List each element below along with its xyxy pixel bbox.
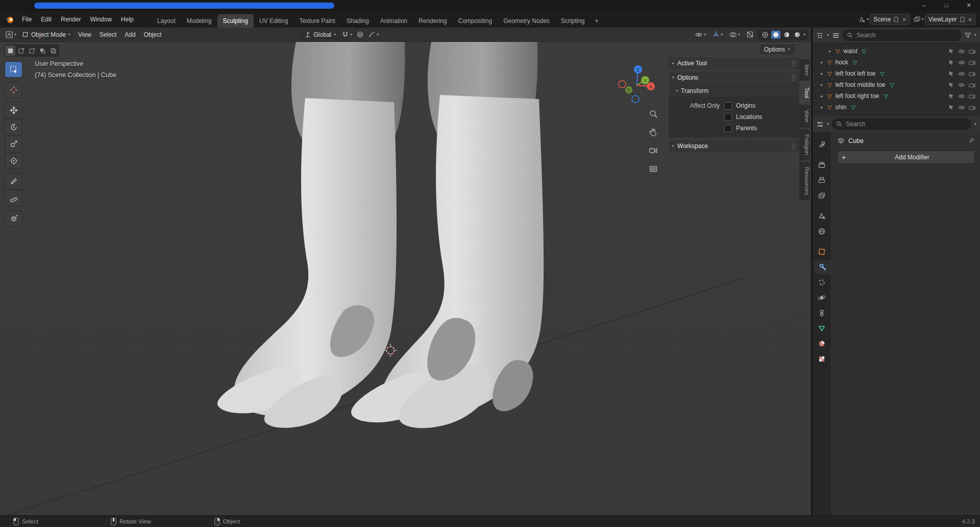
menu-edit[interactable]: Edit: [36, 14, 56, 25]
menu-add[interactable]: Add: [120, 31, 139, 38]
expand-chevron-icon[interactable]: ▸: [829, 49, 836, 54]
chevron-down-icon[interactable]: ▾: [377, 33, 379, 37]
snap-toggle[interactable]: ▾: [339, 31, 354, 38]
tab-particle-properties[interactable]: [813, 275, 831, 290]
panel-active-tool[interactable]: ▸ Active Tool: [669, 57, 799, 69]
new-scene-icon[interactable]: [893, 16, 899, 22]
overlays-dropdown[interactable]: ▾: [727, 31, 742, 38]
tab-object-data-properties[interactable]: [813, 321, 831, 336]
menu-select[interactable]: Select: [95, 31, 120, 38]
scene-icon[interactable]: [858, 16, 866, 23]
select-invert-button[interactable]: [37, 45, 47, 56]
tab-viewlayer-properties[interactable]: [813, 188, 831, 203]
workspace-tab-modeling[interactable]: Modeling: [181, 14, 217, 28]
tab-output-properties[interactable]: [813, 173, 831, 187]
menu-file[interactable]: File: [17, 14, 36, 25]
remove-viewlayer-icon[interactable]: ✕: [968, 17, 972, 22]
xray-toggle[interactable]: [744, 31, 756, 38]
drag-grip-icon[interactable]: [791, 75, 796, 81]
menu-object[interactable]: Object: [140, 31, 166, 38]
material-preview-shading-button[interactable]: [782, 31, 791, 39]
measure-tool[interactable]: [5, 190, 22, 206]
proportional-falloff-dropdown[interactable]: ▾: [366, 31, 381, 38]
drag-grip-icon[interactable]: [791, 60, 796, 66]
render-camera-icon[interactable]: [969, 60, 975, 65]
tab-physics-properties[interactable]: [813, 291, 831, 305]
workspace-tab-uv-editing[interactable]: UV Editing: [254, 14, 294, 28]
outliner-item-label[interactable]: left foot right toe: [835, 92, 879, 100]
gizmos-dropdown[interactable]: ▾: [710, 31, 725, 38]
menu-render[interactable]: Render: [56, 14, 85, 25]
select-set-button[interactable]: [5, 45, 15, 56]
properties-editor-icon[interactable]: [816, 121, 824, 128]
outliner-row[interactable]: ▸ ▽ waist ▽: [813, 45, 980, 57]
render-camera-icon[interactable]: [969, 82, 975, 88]
scene-name-field[interactable]: Scene: [873, 16, 891, 23]
workspace-tab-sculpting[interactable]: Sculpting: [217, 14, 254, 28]
tab-modifier-properties[interactable]: [814, 260, 831, 274]
hide-eye-icon[interactable]: [958, 71, 965, 77]
rendered-shading-button[interactable]: [793, 31, 802, 39]
selectable-icon[interactable]: [948, 104, 954, 110]
expand-chevron-icon[interactable]: ▸: [821, 71, 827, 76]
workspace-tab-animation[interactable]: Animation: [375, 14, 413, 28]
breadcrumb-object-name[interactable]: Cube: [848, 137, 864, 145]
chevron-down-icon[interactable]: ▾: [738, 33, 740, 37]
chevron-down-icon[interactable]: ▾: [721, 33, 723, 37]
tab-world-properties[interactable]: [813, 224, 831, 238]
chevron-down-icon[interactable]: ▾: [704, 33, 706, 37]
locations-checkbox[interactable]: [724, 113, 732, 121]
outliner-row[interactable]: ▸ ▽ left foot right toe ▽: [813, 90, 980, 102]
viewport-3d[interactable]: ▾ Object Mode ▾ View Select Add Object G…: [0, 28, 811, 516]
chevron-down-icon[interactable]: ▾: [974, 122, 976, 126]
workspace-tab-texture-paint[interactable]: Texture Paint: [294, 14, 341, 28]
outliner-item-label[interactable]: hock: [835, 59, 848, 66]
add-workspace-button[interactable]: +: [591, 14, 603, 28]
transform-orientation-dropdown[interactable]: Global ▾: [301, 30, 339, 40]
render-camera-icon[interactable]: [969, 93, 975, 99]
selectable-icon[interactable]: [948, 48, 954, 54]
expand-chevron-icon[interactable]: ▸: [821, 82, 827, 87]
menu-view[interactable]: View: [74, 31, 95, 38]
workspace-tab-geometry-nodes[interactable]: Geometry Nodes: [498, 14, 555, 28]
wireframe-shading-button[interactable]: [761, 31, 770, 39]
close-button[interactable]: ✕: [958, 0, 980, 11]
outliner-row[interactable]: ▸ ▽ left foot left toe ▽: [813, 68, 980, 79]
new-viewlayer-icon[interactable]: [960, 16, 966, 22]
tab-material-properties[interactable]: [813, 337, 831, 351]
expand-chevron-icon[interactable]: ▸: [821, 105, 827, 110]
proportional-editing-toggle[interactable]: [354, 31, 366, 38]
selectable-icon[interactable]: [948, 82, 954, 88]
scale-tool[interactable]: [5, 136, 22, 152]
tab-scene-properties[interactable]: [813, 209, 831, 223]
parents-checkbox[interactable]: [724, 125, 732, 132]
panel-workspace[interactable]: ▸ Workspace: [669, 140, 799, 152]
hide-eye-icon[interactable]: [958, 60, 965, 65]
tab-resources[interactable]: Resources: [799, 162, 810, 200]
tab-constraint-properties[interactable]: [813, 306, 831, 320]
outliner-search-input[interactable]: [855, 31, 957, 39]
transform-tool[interactable]: [5, 153, 22, 169]
minimize-button[interactable]: –: [913, 0, 935, 11]
outliner-item-label[interactable]: shin: [835, 104, 846, 111]
origins-checkbox[interactable]: [724, 102, 732, 110]
tab-render-properties[interactable]: [813, 158, 831, 172]
mode-dropdown[interactable]: Object Mode ▾: [18, 30, 74, 40]
pan-hand-icon[interactable]: [648, 127, 659, 138]
selectable-icon[interactable]: [948, 70, 954, 77]
move-tool[interactable]: [5, 102, 22, 118]
chevron-down-icon[interactable]: ▾: [922, 17, 924, 21]
workspace-tab-compositing[interactable]: Compositing: [452, 14, 498, 28]
orthographic-grid-icon[interactable]: [648, 163, 659, 175]
zoom-icon[interactable]: [648, 108, 659, 119]
drag-grip-icon[interactable]: [791, 143, 796, 149]
viewlayer-icon[interactable]: [913, 16, 921, 23]
properties-search[interactable]: [832, 118, 971, 130]
hide-eye-icon[interactable]: [958, 105, 965, 110]
menu-window[interactable]: Window: [85, 14, 116, 25]
outliner-search[interactable]: [843, 30, 961, 41]
outliner-item-label[interactable]: left foot middle toe: [835, 81, 885, 88]
select-intersect-button[interactable]: [48, 45, 58, 56]
chevron-down-icon[interactable]: ▾: [867, 17, 869, 21]
annotate-tool[interactable]: [5, 173, 22, 189]
